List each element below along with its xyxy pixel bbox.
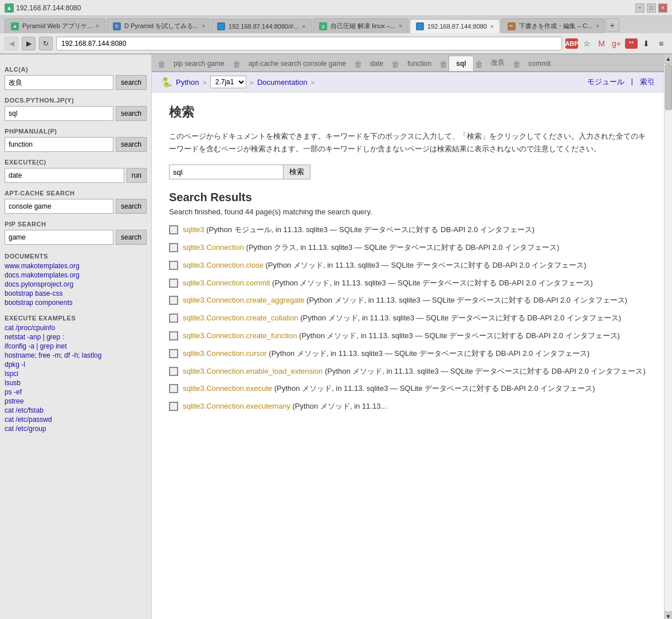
tab-close-1[interactable]: × xyxy=(96,23,99,29)
result-link-3[interactable]: sqlite3.Connection.commit xyxy=(183,279,270,287)
tab-delete-sql[interactable]: 🗑 xyxy=(438,57,449,71)
result-link-2[interactable]: sqlite3.Connection.close xyxy=(183,261,264,269)
page-tab-kaizen[interactable]: 改良 xyxy=(484,54,512,71)
apt-cache-input[interactable] xyxy=(5,199,113,214)
docs-python-input[interactable] xyxy=(5,106,113,121)
browser-tab-1[interactable]: ▲ Pyramid Web アプリケ... × xyxy=(5,18,105,33)
alc-search-button[interactable]: search xyxy=(116,75,147,90)
sidebar-exec-link-6[interactable]: lsusb xyxy=(5,379,147,387)
pip-input[interactable] xyxy=(5,230,113,245)
scrollbar[interactable]: ▲ ▼ xyxy=(664,54,672,619)
browser-tab-4[interactable]: g 自己圧縮 解凍 linux –... × xyxy=(313,18,408,33)
page-tab-sql-label: sql xyxy=(456,60,466,68)
tab-close-6[interactable]: × xyxy=(596,23,599,29)
sidebar-link-bootstrap-base[interactable]: bootstrap base-css xyxy=(5,289,147,297)
tab-delete-function[interactable]: 🗑 xyxy=(390,57,400,71)
result-link-9[interactable]: sqlite3.Connection.execute xyxy=(183,384,272,393)
pip-search-button[interactable]: search xyxy=(116,230,147,245)
page-tab-date[interactable]: date xyxy=(363,56,390,71)
maximize-button[interactable]: □ xyxy=(647,3,656,13)
sidebar-exec-link-0[interactable]: cat /proc/cpuinfo xyxy=(5,324,147,332)
window-controls: − □ × xyxy=(635,3,667,13)
sidebar-exec-link-9[interactable]: cat /etc/fstab xyxy=(5,406,147,414)
module-index-link[interactable]: モジュール xyxy=(587,77,624,87)
result-link-6[interactable]: sqlite3.Connection.create_function xyxy=(183,331,297,340)
version-select[interactable]: 2.7ja1 xyxy=(210,76,246,88)
result-desc-0: (Python モジュール, in 11.13. sqlite3 — SQLit… xyxy=(205,225,535,234)
result-link-0[interactable]: sqlite3 xyxy=(183,225,205,234)
result-link-4[interactable]: sqlite3.Connection.create_aggregate xyxy=(183,296,304,304)
sidebar-exec-link-2[interactable]: ifconfig -a | grep inet xyxy=(5,342,147,350)
tab-close-5[interactable]: × xyxy=(490,23,494,30)
page-tab-function[interactable]: function xyxy=(400,56,438,71)
doc-breadcrumb: 🐍 Python » 2.7ja1 » Documentation » xyxy=(161,76,584,88)
tab-delete-kaizen[interactable]: 🗑 xyxy=(474,57,484,71)
sidebar-exec-link-4[interactable]: dpkg -l xyxy=(5,361,147,369)
address-input[interactable] xyxy=(56,37,562,50)
sidebar-exec-link-7[interactable]: ps -ef xyxy=(5,388,147,396)
page-tab-commit[interactable]: commit xyxy=(522,56,558,71)
tab-delete-commit[interactable]: 🗑 xyxy=(512,57,522,71)
close-button[interactable]: × xyxy=(658,3,667,13)
reload-button[interactable]: ↻ xyxy=(39,37,53,50)
sidebar-exec-link-1[interactable]: netstat -anp | grep : xyxy=(5,333,147,341)
browser-tab-2[interactable]: D D Pyramid を試してみる... × xyxy=(107,18,210,33)
alc-section-label: ALC(A) xyxy=(5,66,147,73)
tab-close-4[interactable]: × xyxy=(399,23,402,29)
documentation-breadcrumb-link[interactable]: Documentation xyxy=(257,78,307,87)
docs-python-search-button[interactable]: search xyxy=(116,106,147,121)
browser-tab-5[interactable]: 🌐 192.168.87.144:8080 × xyxy=(410,19,500,33)
tab-favicon-1: ▲ xyxy=(11,22,19,30)
sidebar-link-bootstrap-components[interactable]: bootstrap components xyxy=(5,299,147,307)
result-link-10[interactable]: sqlite3.Connection.executemany xyxy=(183,402,290,410)
result-link-5[interactable]: sqlite3.Connection.create_collation xyxy=(183,314,298,322)
apt-cache-search-button[interactable]: search xyxy=(116,199,147,214)
gmail-icon[interactable]: M xyxy=(595,37,608,50)
tab-delete-pip[interactable]: 🗑 xyxy=(156,57,167,71)
scroll-thumb[interactable] xyxy=(665,64,672,110)
browser-tab-6[interactable]: ✏ 下書きを作成・編集 – C... × xyxy=(501,18,604,33)
execute-input[interactable] xyxy=(5,168,124,183)
alc-input[interactable] xyxy=(5,75,113,90)
sidebar-exec-link-11[interactable]: cat /etc/group xyxy=(5,425,147,433)
page-tab-pip-search[interactable]: pip search game xyxy=(167,56,231,71)
result-link-7[interactable]: sqlite3.Connection.cursor xyxy=(183,349,267,358)
tab-close-3[interactable]: × xyxy=(302,23,305,30)
result-link-1[interactable]: sqlite3.Connection xyxy=(183,243,244,252)
sidebar-link-pylonsproject[interactable]: docs.pylonsproject.org xyxy=(5,280,147,288)
scroll-up-button[interactable]: ▲ xyxy=(665,54,673,64)
result-link-8[interactable]: sqlite3.Connection.enable_load_extension xyxy=(183,367,323,375)
google-plus-icon[interactable]: g+ xyxy=(610,37,623,50)
lastpass-icon[interactable]: ** xyxy=(625,38,638,49)
page-tab-apt-cache[interactable]: apt-cache search console game xyxy=(242,56,353,71)
header-separator: | xyxy=(631,77,633,87)
new-tab-button[interactable]: + xyxy=(606,18,619,32)
adblock-icon[interactable]: ABP xyxy=(565,38,578,49)
execute-run-button[interactable]: run xyxy=(127,168,147,183)
menu-icon[interactable]: ≡ xyxy=(655,37,667,50)
minimize-button[interactable]: − xyxy=(635,3,645,13)
sidebar-link-makotemplates[interactable]: www.makotemplates.org xyxy=(5,262,147,270)
scroll-down-button[interactable]: ▼ xyxy=(665,612,673,619)
phpmanual-search-button[interactable]: search xyxy=(116,137,147,152)
doc-search-button[interactable]: 検索 xyxy=(284,164,311,179)
page-tab-sql[interactable]: sql xyxy=(449,56,473,71)
tab-delete-date[interactable]: 🗑 xyxy=(353,57,363,71)
bookmark-star-icon[interactable]: ☆ xyxy=(580,37,593,50)
download-icon[interactable]: ⬇ xyxy=(640,37,653,50)
sidebar-exec-link-10[interactable]: cat /etc/passwd xyxy=(5,416,147,424)
tab-close-2[interactable]: × xyxy=(202,23,205,29)
tab-delete-apt[interactable]: 🗑 xyxy=(231,57,242,71)
doc-search-input[interactable] xyxy=(169,164,284,179)
execute-examples-section-label: EXECUTE EXAMPLES xyxy=(5,315,147,322)
back-button[interactable]: ◀ xyxy=(5,37,18,50)
sidebar-link-docs-makotemplates[interactable]: docs.makotemplates.org xyxy=(5,271,147,279)
forward-button[interactable]: ▶ xyxy=(22,37,36,50)
sidebar-exec-link-5[interactable]: lspci xyxy=(5,370,147,378)
index-link[interactable]: 索引 xyxy=(640,77,655,87)
sidebar-exec-link-8[interactable]: pstree xyxy=(5,397,147,405)
browser-tab-3[interactable]: 🌐 192.168.87.144:8080/#... × xyxy=(211,19,312,33)
phpmanual-input[interactable] xyxy=(5,137,113,152)
python-breadcrumb-link[interactable]: Python xyxy=(176,78,199,87)
sidebar-exec-link-3[interactable]: hostname; free -m; df -h; lastlog xyxy=(5,351,147,359)
